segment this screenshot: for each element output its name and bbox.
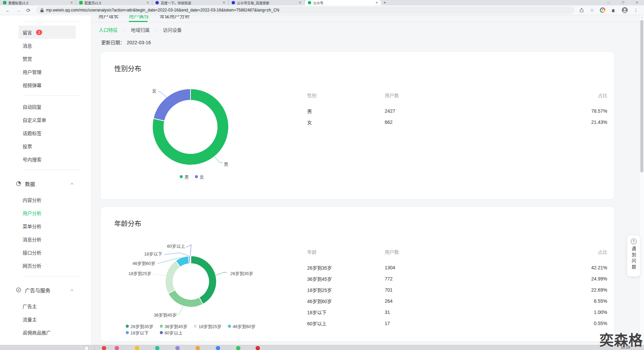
sidebar-item-菜单分析[interactable]: 菜单分析: [19, 219, 76, 233]
chevron-up-icon[interactable]: [70, 289, 74, 291]
page-scrollbar[interactable]: ▲ ▼: [639, 15, 644, 345]
tab-title: 百度一下，你就知道: [161, 0, 221, 5]
sidebar-item-网页分析[interactable]: 网页分析: [19, 259, 76, 272]
scrollbar-thumb[interactable]: [640, 20, 643, 172]
window-close-button[interactable]: ✕: [630, 1, 644, 4]
sidebar-item-label: 话题标签: [23, 130, 41, 136]
new-tab-button[interactable]: +: [381, 0, 388, 5]
subtab-1[interactable]: 地域归属: [131, 26, 150, 33]
sidebar-item-话题标签[interactable]: 话题标签: [19, 126, 76, 139]
tab-close-icon[interactable]: ✕: [375, 1, 378, 4]
forward-icon[interactable]: →: [16, 8, 21, 13]
sidebar-item-投票[interactable]: 投票: [19, 139, 76, 153]
browser-tab[interactable]: 配置页v1.0✕: [76, 0, 152, 5]
sidebar-item-消息分析[interactable]: 消息分析: [19, 233, 76, 246]
window-minimize-button[interactable]: —: [602, 1, 616, 4]
tab-close-icon[interactable]: ✕: [70, 1, 73, 4]
column-header: 性别: [307, 92, 385, 99]
legend-item-男[interactable]: 男: [180, 173, 189, 180]
sidebar-item-用户分析[interactable]: 用户分析: [19, 206, 76, 219]
donut-segment-女[interactable]: [153, 89, 191, 121]
taskbar-app-7[interactable]: [196, 346, 200, 350]
sidebar-item-消息[interactable]: 消息: [19, 39, 76, 52]
legend-item-女[interactable]: 女: [195, 173, 204, 180]
legend-item-46岁到60岁[interactable]: 46岁到60岁: [228, 323, 256, 329]
sidebar-item-号内搜索[interactable]: 号内搜索: [19, 153, 76, 166]
sidebar-item-用户管理[interactable]: 用户管理: [19, 65, 76, 78]
subtab-2[interactable]: 访问设备: [163, 26, 182, 33]
donut-segment-26岁到35岁[interactable]: [191, 256, 216, 304]
column-header: 用户数: [385, 248, 560, 255]
taskbar-app-2[interactable]: [102, 346, 106, 350]
share-icon[interactable]: [579, 8, 584, 12]
taskbar-app-5[interactable]: [155, 346, 159, 350]
reload-icon[interactable]: ⟳: [26, 8, 31, 13]
subtab-0[interactable]: 人口特征: [99, 26, 118, 33]
topnav-tab-2[interactable]: 常读用户分析: [159, 15, 190, 20]
browser-tab[interactable]: 公众号交易_百度搜索✕: [229, 0, 305, 5]
extensions-puzzle-icon[interactable]: [611, 8, 616, 13]
pie-label-18-25: 18岁到25岁: [108, 270, 151, 276]
profile-avatar[interactable]: [622, 7, 628, 13]
taskbar-app-1[interactable]: [84, 346, 89, 350]
sidebar-item-自定义菜单[interactable]: 自定义菜单: [19, 113, 76, 126]
back-icon[interactable]: ←: [5, 8, 10, 13]
sidebar-divider: [23, 21, 82, 22]
browser-tab-strip: 数据标签v1.0✕配置页v1.0✕百度一下，你就知道✕公众号交易_百度搜索✕公众…: [0, 0, 644, 5]
table-cell: 2427: [385, 108, 560, 114]
legend-item-26岁到35岁[interactable]: 26岁到35岁: [126, 323, 153, 329]
update-date-label: 更新日期：: [101, 40, 125, 45]
legend-item-18岁以下[interactable]: 18岁以下: [126, 329, 148, 336]
sidebar-item-视频弹幕[interactable]: 视频弹幕: [19, 78, 76, 91]
label-line-26-35: [216, 272, 227, 275]
scroll-up-icon[interactable]: ▲: [640, 16, 644, 18]
taskbar-app-8[interactable]: [216, 346, 220, 350]
browser-tab[interactable]: 百度一下，你就知道✕: [152, 0, 229, 5]
browser-tab[interactable]: 公众号✕: [305, 0, 381, 5]
taskbar-app-3[interactable]: [115, 346, 119, 350]
extension-y-icon[interactable]: Y: [600, 7, 605, 13]
topnav-tabs: 用户增长用户属性常读用户分析: [91, 15, 639, 22]
table-cell: 24.99%: [560, 276, 607, 281]
bookmark-star-icon[interactable]: ☆: [590, 8, 594, 12]
label-line-18-25: [153, 274, 166, 276]
tab-close-icon[interactable]: ✕: [223, 1, 225, 4]
sidebar-group-data[interactable]: 数据: [16, 174, 80, 193]
browser-tab[interactable]: 数据标签v1.0✕: [0, 0, 76, 5]
taskbar-app-9[interactable]: [236, 346, 240, 350]
donut-segment-36岁到45岁[interactable]: [168, 290, 203, 307]
sidebar-group-ads[interactable]: 广告与服务: [16, 280, 80, 299]
topnav-tab-0[interactable]: 用户增长: [98, 15, 119, 20]
tab-close-icon[interactable]: ✕: [146, 1, 149, 4]
sidebar-item-广告主[interactable]: 广告主: [19, 299, 76, 313]
sidebar-item-赞赏[interactable]: 赞赏: [19, 52, 76, 65]
chevron-up-icon[interactable]: [70, 183, 74, 185]
legend-item-60岁以上[interactable]: 60岁以上: [160, 329, 182, 336]
legend-dot: [126, 331, 129, 334]
tab-close-icon[interactable]: ✕: [299, 1, 301, 4]
sidebar-item-label: 赞赏: [23, 55, 32, 62]
url-text: mp.weixin.qq.com/misc/useranalysis?actio…: [46, 8, 279, 12]
watermark-text: 奕森格: [599, 333, 643, 348]
browser-menu-icon[interactable]: ⋮: [634, 8, 638, 12]
window-restore-button[interactable]: ❐: [616, 1, 630, 4]
sidebar-item-自动回复[interactable]: 自动回复: [19, 100, 76, 113]
taskbar-app-10[interactable]: [256, 346, 260, 350]
sidebar-item-内容分析[interactable]: 内容分析: [19, 193, 76, 206]
donut-segment-18岁到25岁[interactable]: [165, 261, 180, 294]
legend-dot: [160, 331, 163, 334]
url-input[interactable]: mp.weixin.qq.com/misc/useranalysis?actio…: [36, 6, 575, 14]
sidebar-item-label: 号内搜索: [23, 156, 41, 163]
help-feedback-widget[interactable]: ? 遇到问题: [627, 235, 640, 276]
taskbar-app-4[interactable]: [135, 346, 139, 350]
topnav-tab-1[interactable]: 用户属性: [129, 15, 149, 20]
taskbar-app-6[interactable]: [175, 346, 180, 350]
sidebar-item-返佣商品推广[interactable]: 返佣商品推广: [19, 326, 76, 339]
legend-item-36岁到45岁[interactable]: 36岁到45岁: [160, 323, 187, 329]
legend-item-18岁到25岁[interactable]: 18岁到25岁: [194, 323, 222, 329]
sidebar-item-流量主[interactable]: 流量主: [19, 313, 76, 326]
table-cell: 18岁到25岁: [307, 287, 385, 293]
column-header: 年龄: [307, 248, 385, 255]
sidebar-item-留言[interactable]: 留言1: [19, 26, 76, 39]
sidebar-item-接口分析[interactable]: 接口分析: [19, 246, 76, 259]
